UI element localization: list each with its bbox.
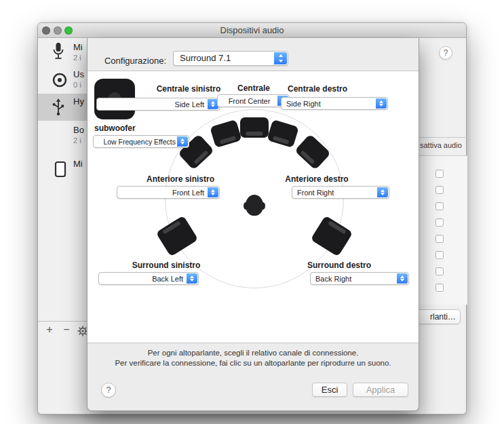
mute-checkbox[interactable] bbox=[435, 186, 444, 194]
configuration-popup[interactable]: Surround 7.1 bbox=[173, 51, 288, 66]
popup-stepper-icon bbox=[376, 98, 387, 109]
device-name: Hy bbox=[73, 96, 84, 107]
device-detail: 0 i bbox=[73, 81, 81, 89]
channel-popup-center-right[interactable]: Side Right bbox=[281, 97, 388, 110]
usb-icon bbox=[52, 97, 65, 119]
popup-stepper-icon bbox=[187, 273, 197, 284]
popup-stepper-icon bbox=[208, 187, 218, 197]
device-detail: 2 i bbox=[73, 54, 81, 62]
popup-stepper-icon bbox=[397, 273, 408, 284]
window-help-button[interactable]: ? bbox=[439, 46, 452, 60]
mute-checkbox[interactable] bbox=[435, 284, 444, 292]
device-name: Us bbox=[73, 69, 84, 79]
close-button[interactable] bbox=[42, 26, 50, 35]
configuration-value: Surround 7.1 bbox=[174, 52, 288, 65]
channel-label-subwoofer: subwoofer bbox=[94, 123, 176, 133]
remove-device-button[interactable]: − bbox=[60, 324, 73, 336]
audio-devices-window: Dispositivi audio Mi 2 i Us 0 i bbox=[37, 22, 467, 415]
speaker-configuration-sheet: Configurazione: Surround 7.1 Centrale si… bbox=[87, 38, 419, 411]
device-name: Mi bbox=[73, 42, 83, 52]
channel-popup-front-left[interactable]: Front Left bbox=[117, 186, 220, 199]
mute-checkbox[interactable] bbox=[435, 218, 444, 227]
mute-column-header: sattiva audio bbox=[420, 141, 467, 149]
window-title: Dispositivi audio bbox=[38, 23, 466, 37]
speaker-center[interactable] bbox=[240, 117, 269, 138]
instruction-line-1: Per ogni altoparlante, scegli il relativ… bbox=[88, 349, 419, 357]
channel-label-front-left: Anteriore sinistro bbox=[130, 174, 231, 184]
table-header-divider bbox=[419, 137, 467, 138]
device-display-icon bbox=[54, 161, 66, 181]
channel-label-center-right: Centrale destro bbox=[267, 84, 368, 94]
device-detail: 2 i bbox=[73, 136, 81, 144]
channel-popup-center-left[interactable]: Side Left bbox=[96, 98, 220, 111]
instruction-line-2: Per verificare la connessione, fai clic … bbox=[88, 359, 419, 367]
channel-label-surround-left: Surround sinistro bbox=[115, 261, 217, 270]
device-name: Bo bbox=[73, 125, 84, 135]
add-device-button[interactable]: + bbox=[43, 324, 56, 336]
popup-stepper-icon bbox=[177, 136, 188, 147]
popup-stepper-icon bbox=[377, 187, 388, 197]
quit-button[interactable]: Esci bbox=[312, 383, 347, 397]
minimize-button[interactable] bbox=[54, 26, 62, 35]
channel-label-front-right: Anteriore destro bbox=[266, 174, 368, 184]
listener-head-icon bbox=[244, 195, 265, 218]
mute-checkbox[interactable] bbox=[435, 251, 444, 259]
speaker-diagram: Centrale sinistro Centrale Centrale dest… bbox=[88, 71, 419, 343]
channel-table-area bbox=[419, 156, 467, 305]
channel-popup-surround-left[interactable]: Back Left bbox=[98, 272, 199, 285]
sheet-help-button[interactable]: ? bbox=[101, 383, 116, 398]
channel-popup-subwoofer[interactable]: Low Frequency Effects bbox=[93, 135, 189, 148]
channel-popup-front-right[interactable]: Front Right bbox=[292, 186, 389, 199]
mute-checkbox[interactable] bbox=[435, 202, 444, 210]
configuration-label: Configurazione: bbox=[88, 56, 166, 66]
title-bar[interactable]: Dispositivi audio bbox=[38, 23, 466, 38]
sheet-divider bbox=[88, 343, 419, 343]
mute-checkbox[interactable] bbox=[435, 235, 444, 243]
mute-checkbox[interactable] bbox=[435, 170, 444, 178]
channel-popup-center[interactable]: Front Center bbox=[217, 94, 290, 107]
apply-button[interactable]: Applica bbox=[353, 383, 408, 397]
microphone-icon bbox=[52, 42, 65, 64]
channel-label-surround-right: Surround destro bbox=[288, 261, 390, 270]
channel-popup-surround-right[interactable]: Back Right bbox=[310, 272, 409, 285]
mute-checkbox[interactable] bbox=[435, 267, 444, 275]
speaker-driver-icon bbox=[52, 72, 68, 91]
popup-stepper-icon bbox=[274, 52, 287, 64]
zoom-button[interactable] bbox=[64, 26, 73, 35]
device-name: Mi bbox=[73, 159, 83, 169]
